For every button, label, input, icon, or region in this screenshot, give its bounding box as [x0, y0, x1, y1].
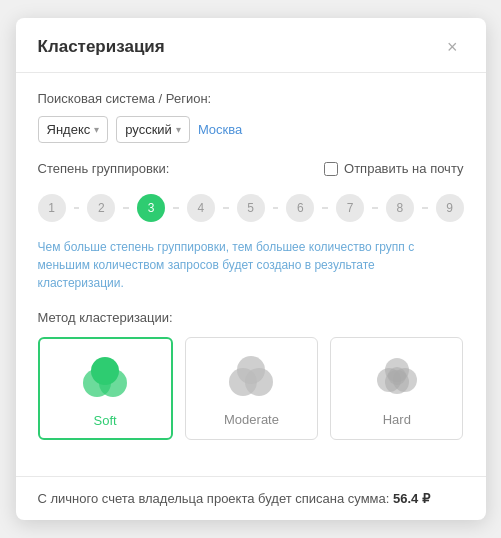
moderate-icon [221, 352, 281, 404]
step-line-2 [123, 207, 129, 209]
step-circle-7[interactable]: 7 [336, 194, 364, 222]
email-label: Отправить на почту [344, 161, 463, 176]
close-button[interactable]: × [441, 36, 464, 58]
search-section-label: Поисковая система / Регион: [38, 91, 464, 106]
method-soft-label: Soft [94, 413, 117, 428]
grouping-label: Степень группировки: [38, 161, 170, 176]
email-row: Отправить на почту [324, 161, 463, 176]
step-line-3 [173, 207, 179, 209]
method-cards: Soft Moderate Hard [38, 337, 464, 440]
search-row: Яндекс ▾ русский ▾ Москва [38, 116, 464, 143]
dialog-footer: С личного счета владельца проекта будет … [16, 476, 486, 520]
region-value[interactable]: Москва [198, 122, 242, 137]
method-card-soft[interactable]: Soft [38, 337, 173, 440]
steps-row: 123456789 [38, 190, 464, 226]
dialog-title: Кластеризация [38, 37, 165, 57]
language-value: русский [125, 122, 172, 137]
step-circle-3[interactable]: 3 [137, 194, 165, 222]
step-line-4 [223, 207, 229, 209]
dialog-body: Поисковая система / Регион: Яндекс ▾ рус… [16, 73, 486, 476]
step-circle-2[interactable]: 2 [87, 194, 115, 222]
step-circle-1[interactable]: 1 [38, 194, 66, 222]
svg-point-2 [91, 357, 119, 385]
hard-icon [367, 352, 427, 404]
clustering-dialog: Кластеризация × Поисковая система / Реги… [16, 18, 486, 520]
step-line-1 [74, 207, 80, 209]
email-checkbox[interactable] [324, 162, 338, 176]
step-line-5 [273, 207, 279, 209]
soft-icon [75, 353, 135, 405]
grouping-hint: Чем больше степень группировки, тем боль… [38, 238, 464, 292]
search-system-arrow: ▾ [94, 124, 99, 135]
method-hard-label: Hard [383, 412, 411, 427]
footer-amount: 56.4 ₽ [393, 491, 430, 506]
dialog-header: Кластеризация × [16, 18, 486, 73]
method-label: Метод кластеризации: [38, 310, 464, 325]
grouping-row: Степень группировки: Отправить на почту [38, 161, 464, 176]
search-system-value: Яндекс [47, 122, 91, 137]
step-circle-6[interactable]: 6 [286, 194, 314, 222]
step-circle-5[interactable]: 5 [237, 194, 265, 222]
footer-text: С личного счета владельца проекта будет … [38, 491, 390, 506]
language-arrow: ▾ [176, 124, 181, 135]
svg-point-5 [237, 356, 265, 384]
step-circle-8[interactable]: 8 [386, 194, 414, 222]
method-card-hard[interactable]: Hard [330, 337, 463, 440]
search-system-select[interactable]: Яндекс ▾ [38, 116, 109, 143]
svg-point-10 [388, 367, 406, 385]
method-moderate-label: Moderate [224, 412, 279, 427]
step-line-7 [372, 207, 378, 209]
step-circle-4[interactable]: 4 [187, 194, 215, 222]
language-select[interactable]: русский ▾ [116, 116, 190, 143]
step-circle-9[interactable]: 9 [436, 194, 464, 222]
step-line-8 [422, 207, 428, 209]
step-line-6 [322, 207, 328, 209]
method-card-moderate[interactable]: Moderate [185, 337, 318, 440]
